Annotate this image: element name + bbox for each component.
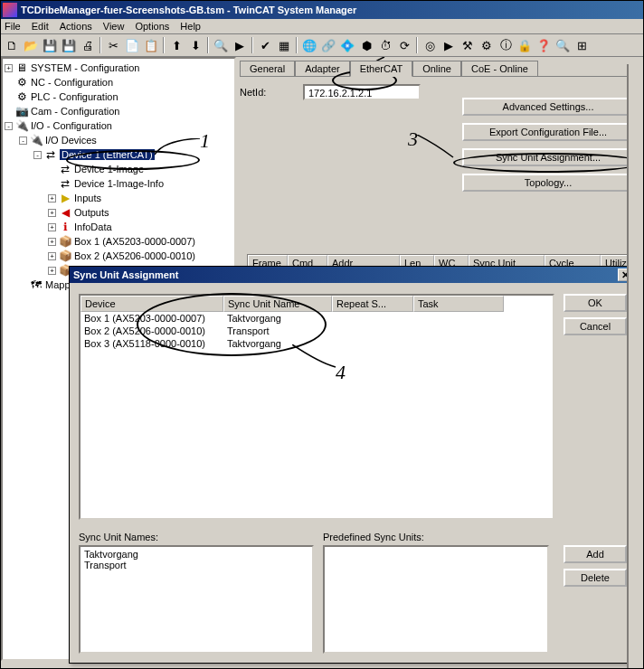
predef-label: Predefined Sync Units: xyxy=(323,532,424,542)
topology-button[interactable]: Topology... xyxy=(462,174,634,192)
menu-options[interactable]: Options xyxy=(135,21,169,32)
list-item[interactable]: Taktvorgang xyxy=(84,549,308,560)
tree-node[interactable]: 📷Cam - Configuration xyxy=(5,104,232,118)
check-icon[interactable]: ✔ xyxy=(256,36,274,54)
node-label: Inputs xyxy=(74,193,101,203)
add-button[interactable]: Add xyxy=(564,545,627,563)
time-icon[interactable]: ⏱ xyxy=(376,36,394,54)
chip-icon[interactable]: ▦ xyxy=(275,36,293,54)
list-item[interactable]: Transport xyxy=(84,560,308,570)
dev-icon[interactable]: 💠 xyxy=(338,36,356,54)
advanced-settings-button[interactable]: Advanced Settings... xyxy=(462,98,634,116)
tab-ethercat[interactable]: EtherCAT xyxy=(350,61,412,77)
annotation-3: 3 xyxy=(408,127,418,151)
tree-node[interactable]: -🔌I/O - Configuration xyxy=(5,118,232,133)
tab-general[interactable]: General xyxy=(240,61,295,76)
gear-icon[interactable]: ⚙ xyxy=(478,36,496,54)
column-header[interactable]: Sync Unit Name xyxy=(223,296,332,312)
tree-node[interactable]: -⇄Device 1 (EtherCAT) xyxy=(5,147,232,162)
node-icon: ▶ xyxy=(59,192,71,204)
expand-icon[interactable]: + xyxy=(48,267,56,275)
run-icon[interactable]: ▶ xyxy=(231,36,249,54)
tree-node[interactable]: +◀Outputs xyxy=(5,205,232,220)
help-icon[interactable]: ❓ xyxy=(535,36,553,54)
zoom-icon[interactable]: 🔍 xyxy=(554,36,572,54)
copy-icon[interactable]: 📄 xyxy=(123,36,141,54)
app-icon xyxy=(3,3,17,17)
tree-node[interactable]: -🔌I/O Devices xyxy=(5,133,232,147)
cut-icon[interactable]: ✂ xyxy=(104,36,122,54)
menu-file[interactable]: File xyxy=(5,21,21,32)
node-label: Box 2 (AX5206-0000-0010) xyxy=(74,250,195,261)
tree-node[interactable]: ⚙PLC - Configuration xyxy=(5,90,232,104)
search-icon[interactable]: 🔍 xyxy=(212,36,230,54)
export-config-button[interactable]: Export Configuration File... xyxy=(462,123,634,141)
menu-bar: File Edit Actions View Options Help xyxy=(1,19,643,34)
menu-help[interactable]: Help xyxy=(180,21,201,32)
lock-icon[interactable]: 🔒 xyxy=(516,36,534,54)
menu-actions[interactable]: Actions xyxy=(60,21,92,32)
tab-coe-online[interactable]: CoE - Online xyxy=(461,61,538,76)
column-header[interactable]: Task xyxy=(413,296,504,312)
list-item[interactable]: Box 3 (AX5118-0000-0010)Taktvorgang xyxy=(80,337,553,350)
dialog-title: Sync Unit Assignment xyxy=(73,269,178,280)
tab-online[interactable]: Online xyxy=(412,61,461,76)
ok-button[interactable]: OK xyxy=(564,294,627,312)
dialog-buttons-lower: Add Delete xyxy=(564,545,627,587)
tree-node[interactable]: +▶Inputs xyxy=(5,191,232,205)
column-header[interactable]: Repeat S... xyxy=(332,296,413,312)
tree-node[interactable]: ⇄Device 1-Image-Info xyxy=(5,176,232,191)
predef-list[interactable] xyxy=(323,545,549,654)
expand-icon[interactable]: + xyxy=(48,223,56,231)
tab-adapter[interactable]: Adapter xyxy=(295,61,350,76)
scrollbar[interactable] xyxy=(627,64,643,668)
term-icon[interactable]: ⬢ xyxy=(357,36,375,54)
expand-icon[interactable]: + xyxy=(48,238,56,246)
expand-icon[interactable]: + xyxy=(48,209,56,217)
list-item[interactable]: Box 1 (AX5203-0000-0007)Taktvorgang xyxy=(80,312,553,325)
print-icon[interactable]: 🖨 xyxy=(79,36,97,54)
net-icon[interactable]: 🌐 xyxy=(300,36,318,54)
sync-names-list[interactable]: TaktvorgangTransport xyxy=(79,545,314,654)
cancel-button[interactable]: Cancel xyxy=(564,317,627,335)
tree-node[interactable]: ⚙NC - Configuration xyxy=(5,75,232,90)
tdr-icon[interactable]: ⊞ xyxy=(573,36,591,54)
list-item[interactable]: Box 2 (AX5206-0000-0010)Transport xyxy=(80,325,553,337)
play-icon[interactable]: ▶ xyxy=(440,36,458,54)
expand-icon[interactable]: + xyxy=(48,252,56,260)
build-icon[interactable]: ⚒ xyxy=(459,36,477,54)
link-icon[interactable]: 🔗 xyxy=(319,36,337,54)
menu-edit[interactable]: Edit xyxy=(32,21,49,32)
menu-view[interactable]: View xyxy=(103,21,125,32)
delete-button[interactable]: Delete xyxy=(564,569,627,587)
expand-icon[interactable]: + xyxy=(5,64,13,72)
column-header[interactable]: Device xyxy=(80,296,223,312)
tree-node[interactable]: +ℹInfoData xyxy=(5,220,232,234)
open-icon[interactable]: 📂 xyxy=(22,36,40,54)
node-icon: 📦 xyxy=(59,235,71,248)
expand-icon[interactable]: - xyxy=(33,151,42,159)
tree-node[interactable]: +📦Box 2 (AX5206-0000-0010) xyxy=(5,249,232,263)
up-icon[interactable]: ⬆ xyxy=(167,36,185,54)
sync-icon[interactable]: ⟳ xyxy=(395,36,413,54)
expand-icon[interactable]: + xyxy=(48,194,56,203)
save-icon[interactable]: 💾 xyxy=(41,36,59,54)
saveall-icon[interactable]: 💾 xyxy=(60,36,78,54)
node-label: Cam - Configuration xyxy=(31,106,119,117)
sync-unit-assignment-button[interactable]: Sync Unit Assignment... xyxy=(462,148,634,166)
toolbar: 🗋 📂 💾 💾 🖨 ✂ 📄 📋 ⬆ ⬇ 🔍 ▶ ✔ ▦ 🌐 🔗 💠 ⬢ ⏱ ⟳ … xyxy=(1,34,643,57)
target-icon[interactable]: ◎ xyxy=(421,36,439,54)
expand-icon[interactable]: - xyxy=(5,122,13,130)
tree-node[interactable]: +🖥SYSTEM - Configuration xyxy=(5,61,232,75)
down-icon[interactable]: ⬇ xyxy=(186,36,204,54)
paste-icon[interactable]: 📋 xyxy=(142,36,160,54)
netid-field[interactable]: 172.16.2.1.2.1 xyxy=(303,84,421,100)
expand-icon[interactable]: - xyxy=(19,137,27,145)
tree-node[interactable]: ⇄Device 1-Image xyxy=(5,162,232,176)
node-label: Outputs xyxy=(74,207,109,218)
device-list[interactable]: DeviceSync Unit NameRepeat S...TaskBox 1… xyxy=(79,294,554,520)
tree-node[interactable]: +📦Box 1 (AX5203-0000-0007) xyxy=(5,234,232,249)
about-icon[interactable]: ⓘ xyxy=(497,36,515,54)
new-icon[interactable]: 🗋 xyxy=(3,36,21,54)
node-icon: ◀ xyxy=(59,206,71,219)
